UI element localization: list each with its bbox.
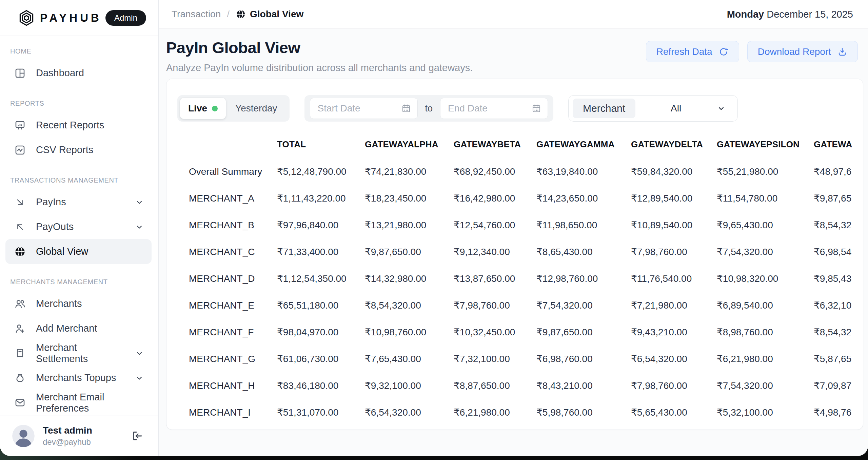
table-cell: ₹11,76,540.00 xyxy=(631,273,717,284)
table-cell: ₹83,46,180.00 xyxy=(277,380,365,391)
toggle-yesterday[interactable]: Yesterday xyxy=(226,103,287,114)
dashboard-icon xyxy=(14,67,26,79)
header-date-rest: December 15, 2025 xyxy=(767,9,853,20)
table-cell: ₹6,21,980.00 xyxy=(454,407,536,418)
table-cell: ₹6,98,760.00 xyxy=(536,353,631,364)
filters-bar: Live Yesterday Start Date to End Date xyxy=(166,79,863,122)
table-cell: ₹8,54,32 xyxy=(814,219,863,231)
table-cell: ₹12,89,540.00 xyxy=(631,193,717,204)
chevron-down-icon xyxy=(135,197,144,207)
sidebar-item-merchant-settlements[interactable]: Merchant Settlements xyxy=(5,341,152,365)
sidebar-item-merchants-topups[interactable]: Merchants Topups xyxy=(5,365,152,390)
sidebar-item-label: Merchants Topups xyxy=(36,372,116,383)
start-date-placeholder: Start Date xyxy=(318,103,360,114)
admin-badge: Admin xyxy=(105,10,146,26)
live-label: Live xyxy=(188,103,207,114)
date-range-group: Start Date to End Date xyxy=(304,95,554,122)
users-icon xyxy=(14,298,26,310)
table-cell: ₹10,32,450.00 xyxy=(454,327,536,338)
chevron-down-icon xyxy=(135,222,144,232)
row-label: MERCHANT_G xyxy=(189,354,277,364)
sidebar-item-label: Merchants xyxy=(36,298,82,309)
row-label: MERCHANT_D xyxy=(189,273,277,284)
sidebar-item-recent-reports[interactable]: Recent Reports xyxy=(5,113,152,138)
sidebar-item-label: PayIns xyxy=(36,196,66,208)
sidebar-item-add-merchant[interactable]: Add Merchant xyxy=(5,316,152,341)
table-cell: ₹6,89,540.00 xyxy=(717,300,814,311)
table-cell: ₹5,65,430.00 xyxy=(631,407,717,418)
table-row: MERCHANT_F₹98,04,970.00₹10,98,760.00₹10,… xyxy=(189,319,863,346)
globe-icon xyxy=(14,246,26,257)
user-meta: Test admin dev@payhub xyxy=(43,425,92,447)
table-cell: ₹13,87,650.00 xyxy=(454,273,536,284)
table-cell: ₹5,12,48,790.00 xyxy=(277,166,365,177)
avatar xyxy=(12,425,35,447)
sidebar: PAYHUB Admin HOME Dashboard REPORTS Rece… xyxy=(0,0,159,456)
sidebar-item-label: PayOuts xyxy=(36,221,74,232)
table-cell: ₹12,98,760.00 xyxy=(536,273,631,284)
sidebar-item-payouts[interactable]: PayOuts xyxy=(5,214,152,239)
table-row: MERCHANT_H₹83,46,180.00₹9,32,100.00₹8,87… xyxy=(189,372,863,399)
csv-reports-icon xyxy=(14,144,26,156)
sidebar-item-payins[interactable]: PayIns xyxy=(5,190,152,214)
sidebar-item-merchants[interactable]: Merchants xyxy=(5,291,152,316)
breadcrumb-current-label: Global View xyxy=(250,9,303,20)
table-row: MERCHANT_C₹71,33,400.00₹9,87,650.00₹9,12… xyxy=(189,238,863,265)
logout-button[interactable] xyxy=(131,430,143,442)
table-row: MERCHANT_I₹51,31,070.00₹6,54,320.00₹6,21… xyxy=(189,399,863,426)
payouts-icon xyxy=(14,221,26,233)
table-cell: ₹61,06,730.00 xyxy=(277,353,365,364)
table-cell: ₹7,98,760.00 xyxy=(454,300,536,311)
row-label: MERCHANT_B xyxy=(189,220,277,231)
section-label-reports: REPORTS xyxy=(5,100,152,107)
calendar-icon xyxy=(401,103,411,113)
breadcrumb: Transaction / Global View xyxy=(172,9,303,20)
table-row: MERCHANT_D₹1,12,54,350.00₹14,32,980.00₹1… xyxy=(189,265,863,292)
download-report-button[interactable]: Download Report xyxy=(747,41,858,62)
sidebar-item-global-view[interactable]: Global View xyxy=(5,239,152,264)
merchant-filter-label: Merchant xyxy=(573,99,635,118)
end-date-input[interactable]: End Date xyxy=(440,98,548,119)
table-cell: ₹5,87,65 xyxy=(814,353,863,364)
table-cell: ₹10,98,760.00 xyxy=(365,327,454,338)
live-status-dot xyxy=(212,106,218,111)
chevron-down-icon xyxy=(716,104,726,113)
section-label-transactions-management: TRANSACTIONS MANAGEMENT xyxy=(5,176,152,184)
user-plus-icon xyxy=(14,323,26,334)
sidebar-nav: HOME Dashboard REPORTS Recent Reports CS… xyxy=(0,36,158,416)
row-label: MERCHANT_H xyxy=(189,380,277,391)
sidebar-user-footer: Test admin dev@payhub xyxy=(0,416,158,456)
table-cell: ₹9,43,210.00 xyxy=(631,327,717,338)
user-email: dev@payhub xyxy=(43,437,92,447)
toggle-live[interactable]: Live xyxy=(180,98,226,119)
table-cell: ₹8,65,430.00 xyxy=(536,246,631,257)
row-label: MERCHANT_C xyxy=(189,247,277,257)
sidebar-item-merchant-email-preferences[interactable]: Merchant Email Preferences xyxy=(5,390,152,415)
table-cell: ₹7,54,320.00 xyxy=(717,380,814,391)
table-cell: ₹12,54,760.00 xyxy=(454,219,536,231)
brand-name: PAYHUB xyxy=(40,12,102,24)
table-row: Overall Summary₹5,12,48,790.00₹74,21,830… xyxy=(189,158,863,185)
sidebar-item-dashboard[interactable]: Dashboard xyxy=(5,61,152,85)
payins-icon xyxy=(14,196,26,208)
header-date-day: Monday xyxy=(727,9,764,20)
breadcrumb-parent[interactable]: Transaction xyxy=(172,9,221,20)
row-label: MERCHANT_F xyxy=(189,327,277,338)
global-view-card: Live Yesterday Start Date to End Date xyxy=(166,79,863,430)
page-subtitle: Analyze PayIn volume distribution across… xyxy=(166,62,473,74)
sidebar-header: PAYHUB Admin xyxy=(0,0,158,36)
merchant-filter-select[interactable]: Merchant All xyxy=(568,95,738,122)
sidebar-item-csv-reports[interactable]: CSV Reports xyxy=(5,138,152,162)
table-cell: ₹13,21,980.00 xyxy=(365,219,454,231)
calendar-icon xyxy=(531,103,541,113)
start-date-input[interactable]: Start Date xyxy=(310,98,418,119)
table-cell: ₹9,85,43 xyxy=(814,273,863,284)
row-label: MERCHANT_E xyxy=(189,300,277,311)
table-cell: ₹59,84,320.00 xyxy=(631,166,717,177)
refresh-data-label: Refresh Data xyxy=(656,46,712,57)
column-header: GATEWAYDELTA xyxy=(631,139,717,150)
date-to-label: to xyxy=(425,103,433,114)
table-cell: ₹98,04,970.00 xyxy=(277,327,365,338)
refresh-data-button[interactable]: Refresh Data xyxy=(646,41,739,62)
table-cell: ₹8,87,650.00 xyxy=(454,380,536,391)
